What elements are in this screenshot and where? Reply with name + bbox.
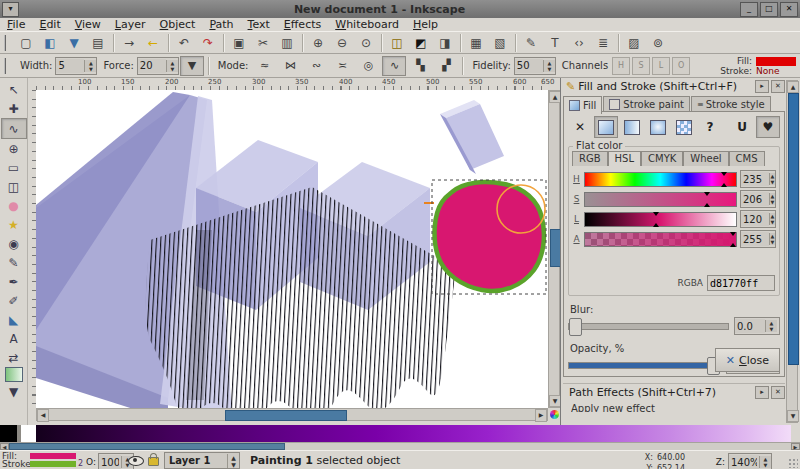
cut-icon[interactable]: ✂ bbox=[252, 32, 274, 54]
import-icon[interactable]: → bbox=[118, 32, 140, 54]
status-fill-swatch[interactable] bbox=[30, 453, 76, 459]
menu-object[interactable]: Object bbox=[153, 18, 203, 31]
close-dialog-button[interactable]: ✕ Close bbox=[715, 348, 780, 372]
dock-scroll-thumb[interactable] bbox=[788, 93, 799, 365]
unlink-clone-icon[interactable]: ◨ bbox=[434, 32, 456, 54]
fill-rule-evenodd-button[interactable]: ♥ bbox=[756, 116, 780, 138]
save-document-icon[interactable]: ▼ bbox=[63, 32, 85, 54]
box3d-tool-icon[interactable]: ◫ bbox=[2, 177, 26, 196]
pen-tool-icon[interactable]: ✒ bbox=[2, 272, 26, 291]
path-effects-header[interactable]: Path Effects (Shift+Ctrl+7) ▸ ✕ bbox=[563, 383, 785, 401]
scroll-down-icon[interactable]: ▼ bbox=[787, 410, 799, 422]
object-opacity-input[interactable] bbox=[99, 455, 121, 469]
tab-hsl[interactable]: HSL bbox=[608, 151, 641, 166]
layer-visibility-eye-icon[interactable] bbox=[128, 456, 144, 466]
dropper-tool-icon[interactable]: ▼ bbox=[2, 382, 26, 401]
mode-jitter-icon[interactable]: ◎ bbox=[356, 56, 380, 76]
blur-slider-knob[interactable] bbox=[569, 318, 582, 336]
undo-icon[interactable]: ↶ bbox=[173, 32, 195, 54]
paint-radial-gradient-button[interactable] bbox=[646, 116, 670, 138]
spinner-arrows-icon[interactable]: ▲▼ bbox=[84, 60, 96, 72]
close-button[interactable]: ✕ bbox=[780, 2, 798, 17]
export-icon[interactable]: ← bbox=[142, 32, 164, 54]
align-dialog-icon[interactable]: ≣ bbox=[592, 32, 614, 54]
group-icon[interactable]: ▦ bbox=[465, 32, 487, 54]
width-spinner[interactable]: ▲▼ bbox=[55, 57, 97, 75]
rectangle-tool-icon[interactable]: ▭ bbox=[2, 158, 26, 177]
fill-stroke-indicator[interactable]: Fill: Stroke: 2 bbox=[2, 452, 83, 468]
copy-icon[interactable]: ▣ bbox=[228, 32, 250, 54]
dock-float-icon[interactable]: ▸ bbox=[755, 80, 769, 93]
hue-slider[interactable] bbox=[584, 172, 737, 187]
channel-s-button[interactable]: S bbox=[632, 57, 650, 75]
zoom-drawing-icon[interactable]: ⊕ bbox=[307, 32, 329, 54]
mode-roughen-icon[interactable]: ≍ bbox=[330, 56, 354, 76]
palette-swatch-white[interactable] bbox=[21, 425, 36, 442]
zoom-page-icon[interactable]: ⊙ bbox=[355, 32, 377, 54]
alpha-input[interactable] bbox=[741, 232, 769, 246]
open-document-icon[interactable]: ◧ bbox=[39, 32, 61, 54]
alpha-slider[interactable] bbox=[584, 232, 737, 247]
saturation-input[interactable] bbox=[741, 192, 769, 206]
mode-attract-icon[interactable]: ∾ bbox=[304, 56, 328, 76]
connector-tool-icon[interactable]: ⇄ bbox=[2, 348, 26, 367]
palette-scroll-left-icon[interactable]: ◀ bbox=[0, 443, 9, 450]
color-wheel-corner[interactable] bbox=[548, 408, 560, 421]
gradient-tool-icon[interactable]: ▥ bbox=[5, 367, 23, 382]
menu-path[interactable]: Path bbox=[202, 18, 240, 31]
mode-channel-multi-icon[interactable]: ▞ bbox=[434, 56, 458, 76]
xml-editor-icon[interactable]: ‹› bbox=[568, 32, 590, 54]
paint-none-button[interactable]: ✕ bbox=[568, 116, 592, 138]
mode-paint-color-icon[interactable]: ∿ bbox=[382, 56, 406, 76]
hue-input[interactable] bbox=[741, 172, 769, 186]
mode-shrink-icon[interactable]: ⋈ bbox=[278, 56, 302, 76]
paint-linear-gradient-button[interactable] bbox=[620, 116, 644, 138]
spiral-tool-icon[interactable]: ◉ bbox=[2, 234, 26, 253]
force-spinner[interactable]: ▲▼ bbox=[137, 57, 179, 75]
redo-icon[interactable]: ↷ bbox=[197, 32, 219, 54]
blur-slider[interactable] bbox=[568, 323, 729, 330]
tweak-tool-icon[interactable]: ∿ bbox=[1, 118, 27, 139]
status-stroke-swatch[interactable] bbox=[30, 461, 76, 467]
palette-swatch-black[interactable] bbox=[0, 425, 17, 442]
menu-edit[interactable]: Edit bbox=[32, 18, 67, 31]
zoom-selection-icon[interactable]: ⊖ bbox=[331, 32, 353, 54]
menu-text[interactable]: Text bbox=[241, 18, 277, 31]
text-tool-icon[interactable]: A bbox=[2, 329, 26, 348]
tab-stroke-paint[interactable]: Stroke paint bbox=[603, 96, 690, 112]
blur-spinner[interactable]: ▲▼ bbox=[734, 317, 780, 335]
menu-layer[interactable]: Layer bbox=[108, 18, 153, 31]
zoom-spinner[interactable]: ▲▼ bbox=[728, 453, 772, 469]
scroll-up-icon[interactable]: ▲ bbox=[787, 81, 799, 93]
fill-stroke-header[interactable]: ✎ Fill and Stroke (Shift+Ctrl+F) ▸ ✕ bbox=[563, 78, 785, 95]
pencil-tool-icon[interactable]: ✎ bbox=[2, 253, 26, 272]
fill-stroke-dialog-icon[interactable]: ✎ bbox=[520, 32, 542, 54]
rgba-input[interactable] bbox=[707, 275, 775, 291]
menu-view[interactable]: View bbox=[68, 18, 108, 31]
horizontal-scrollbar[interactable]: ◀ ▶ bbox=[36, 408, 548, 421]
tab-fill[interactable]: Fill bbox=[563, 96, 602, 114]
layer-lock-icon[interactable] bbox=[148, 457, 159, 466]
star-tool-icon[interactable]: ★ bbox=[2, 215, 26, 234]
dock-close-icon[interactable]: ✕ bbox=[771, 386, 785, 399]
resize-grip[interactable] bbox=[788, 458, 798, 468]
vertical-scrollbar[interactable]: ▲ ▼ bbox=[548, 90, 560, 408]
zoom-tool-icon[interactable]: ⊕ bbox=[2, 139, 26, 158]
fidelity-spinner[interactable]: ▲▼ bbox=[514, 57, 556, 75]
hue-spinner[interactable]: ▲▼ bbox=[740, 170, 776, 188]
lightness-input[interactable] bbox=[741, 212, 769, 226]
node-tool-icon[interactable]: ✚ bbox=[2, 99, 26, 118]
menu-whiteboard[interactable]: Whiteboard bbox=[328, 18, 406, 31]
palette-purple-gradient[interactable] bbox=[36, 425, 791, 442]
dock-float-icon[interactable]: ▸ bbox=[755, 386, 769, 399]
scroll-left-icon[interactable]: ◀ bbox=[37, 409, 49, 422]
menu-effects[interactable]: Effects bbox=[277, 18, 328, 31]
text-dialog-icon[interactable]: T bbox=[544, 32, 566, 54]
layer-stepper-icon[interactable]: ▲▼ bbox=[227, 454, 239, 468]
pressure-toggle-icon[interactable]: ▼ bbox=[180, 56, 204, 76]
new-document-icon[interactable]: ▢ bbox=[15, 32, 37, 54]
tab-wheel[interactable]: Wheel bbox=[683, 151, 728, 166]
dock-scrollbar[interactable]: ▲ ▼ bbox=[786, 80, 798, 423]
paint-flat-button[interactable] bbox=[594, 116, 618, 138]
tab-rgb[interactable]: RGB bbox=[572, 151, 608, 166]
